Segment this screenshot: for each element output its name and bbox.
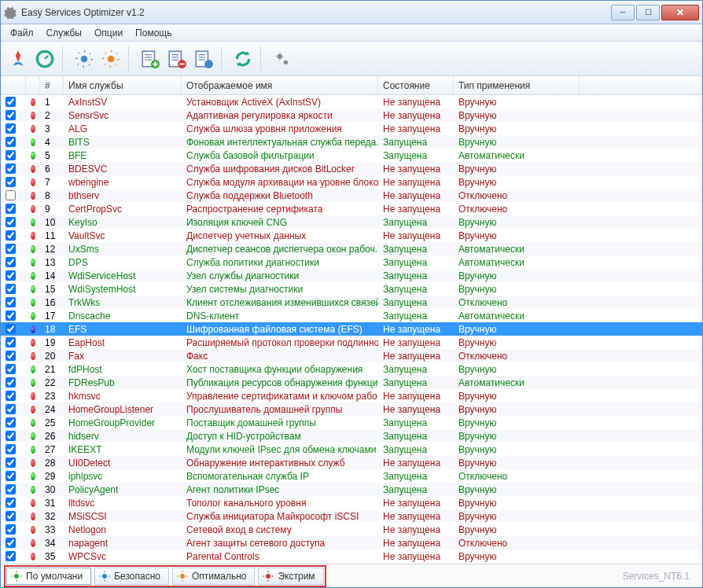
col-check[interactable] [1, 76, 26, 94]
table-row[interactable]: 18EFSШифрованная файловая система (EFS)Н… [1, 322, 702, 336]
list-remove-icon[interactable] [164, 46, 190, 72]
row-checkbox[interactable] [6, 190, 16, 200]
row-checkbox[interactable] [6, 311, 16, 321]
table-row[interactable]: 5BFEСлужба базовой фильтрацииЗапущенаАвт… [1, 149, 702, 162]
row-checkbox[interactable] [6, 110, 16, 120]
table-row[interactable]: 32MSiSCSIСлужба инициатора Майкрософт iS… [1, 509, 702, 523]
table-row[interactable]: 28UI0DetectОбнаружение интерактивных слу… [1, 456, 702, 469]
row-checkbox[interactable] [6, 97, 16, 107]
table-row[interactable]: 10KeyIsoИзоляция ключей CNGЗапущенаВручн… [1, 215, 702, 229]
row-checkbox[interactable] [6, 404, 16, 414]
menu-options[interactable]: Опции [88, 25, 129, 41]
row-checkbox[interactable] [6, 230, 16, 241]
table-row[interactable]: 27IKEEXTМодули ключей IPsec для обмена к… [1, 443, 702, 456]
tab-safe[interactable]: Безопасно [94, 568, 169, 585]
table-row[interactable]: 12UxSmsДиспетчер сеансов диспетчера окон… [1, 242, 702, 255]
table-row[interactable]: 8bthservСлужба поддержки BluetoothНе зап… [1, 189, 702, 202]
table-row[interactable]: 11VaultSvcДиспетчер учетных данныхНе зап… [1, 229, 702, 242]
gear-orange-icon[interactable] [98, 46, 123, 72]
row-checkbox[interactable] [6, 150, 16, 160]
row-checkbox[interactable] [6, 431, 16, 441]
menu-help[interactable]: Помощь [129, 25, 178, 41]
maximize-button[interactable]: ☐ [636, 5, 660, 20]
row-checkbox[interactable] [6, 444, 16, 454]
rocket-icon[interactable] [6, 46, 31, 72]
gear-blue-icon[interactable] [72, 46, 97, 72]
row-checkbox[interactable] [6, 498, 16, 508]
row-checkbox[interactable] [6, 458, 16, 468]
row-checkbox[interactable] [6, 217, 16, 227]
col-state[interactable]: Состояние [378, 76, 454, 94]
row-checkbox[interactable] [6, 538, 16, 548]
table-row[interactable]: 17DnscacheDNS-клиентЗапущенаАвтоматическ… [1, 309, 702, 322]
table-row[interactable]: 26hidservДоступ к HID-устройствамЗапущен… [1, 429, 702, 443]
table-row[interactable]: 20FaxФаксНе запущенаОтключено [1, 349, 702, 362]
table-row[interactable]: 9CertPropSvcРаспространение сертификатаН… [1, 202, 702, 215]
row-checkbox[interactable] [6, 471, 16, 481]
table-row[interactable]: 33NetlogonСетевой вход в системуНе запущ… [1, 523, 702, 536]
table-row[interactable]: 34napagentАгент защиты сетевого доступаН… [1, 536, 702, 549]
row-checkbox[interactable] [6, 284, 16, 294]
col-dot[interactable] [26, 76, 40, 94]
refresh-icon[interactable] [230, 46, 256, 72]
table-row[interactable]: 29iphlpsvcВспомогательная служба IPЗапущ… [1, 469, 702, 483]
table-row[interactable]: 2SensrSvcАдаптивная регулировка яркостиН… [1, 108, 702, 122]
close-button[interactable]: ✕ [661, 5, 699, 20]
row-checkbox[interactable] [6, 351, 16, 361]
table-row[interactable]: 30PolicyAgentАгент политики IPsecЗапущен… [1, 483, 702, 496]
tab-default[interactable]: По умолчани [6, 568, 91, 585]
col-type[interactable]: Тип применения [454, 76, 580, 94]
col-num[interactable]: # [40, 76, 64, 94]
row-checkbox[interactable] [6, 257, 16, 267]
row-checkbox[interactable] [6, 524, 16, 535]
table-row[interactable]: 25HomeGroupProviderПоставщик домашней гр… [1, 416, 702, 429]
col-display[interactable]: Отображаемое имя [182, 76, 378, 94]
row-checkbox[interactable] [6, 270, 16, 281]
row-checkbox[interactable] [6, 137, 16, 147]
row-checkbox[interactable] [6, 164, 16, 174]
table-row[interactable]: 4BITSФоновая интеллектуальная служба пер… [1, 135, 702, 149]
row-checkbox[interactable] [6, 364, 16, 374]
gauge-icon[interactable] [32, 46, 57, 72]
table-row[interactable]: 15WdiSystemHostУзел системы диагностикиЗ… [1, 282, 702, 296]
table-row[interactable]: 24HomeGroupListenerПрослушиватель домашн… [1, 402, 702, 416]
table-row[interactable]: 3ALGСлужба шлюза уровня приложенияНе зап… [1, 122, 702, 135]
menu-file[interactable]: Файл [4, 25, 40, 41]
table-row[interactable]: 23hkmsvcУправление сертификатами и ключо… [1, 389, 702, 402]
row-checkbox[interactable] [6, 417, 16, 428]
tab-optimal[interactable]: Оптимально [172, 568, 256, 585]
table-row[interactable]: 31lltdsvcТополог канального уровняНе зап… [1, 496, 702, 509]
row-checkbox[interactable] [6, 177, 16, 187]
table-row[interactable]: 19EapHostРасширяемый протокол проверки п… [1, 336, 702, 349]
state: Запущена [378, 282, 454, 296]
row-checkbox[interactable] [6, 123, 16, 134]
table-row[interactable]: 6BDESVCСлужба шифрования дисков BitLocke… [1, 162, 702, 175]
row-checkbox[interactable] [6, 244, 16, 254]
row-checkbox[interactable] [6, 511, 16, 521]
tab-extreme[interactable]: Экстрим [258, 568, 323, 585]
col-name[interactable]: Имя службы [64, 76, 182, 94]
row-checkbox[interactable] [6, 391, 16, 401]
row-checkbox[interactable] [6, 551, 16, 561]
row-checkbox[interactable] [6, 337, 16, 347]
table-row[interactable]: 13DPSСлужба политики диагностикиЗапущена… [1, 255, 702, 269]
table-row[interactable]: 1AxInstSVУстановщик ActiveX (AxInstSV)Не… [1, 95, 702, 108]
table-row[interactable]: 14WdiServiceHostУзел службы диагностикиЗ… [1, 269, 702, 282]
minimize-button[interactable]: ─ [611, 5, 635, 20]
row-checkbox[interactable] [6, 377, 16, 388]
row-checkbox[interactable] [6, 484, 16, 494]
table-row[interactable]: 22FDResPubПубликация ресурсов обнаружени… [1, 376, 702, 389]
start-type: Вручную [454, 443, 580, 456]
table-row[interactable]: 35WPCSvcParental ControlsНе запущенаВруч… [1, 549, 702, 563]
menu-services[interactable]: Службы [40, 25, 88, 41]
row-checkbox[interactable] [6, 204, 16, 214]
list-add-icon[interactable] [138, 46, 163, 72]
row-checkbox[interactable] [6, 297, 16, 307]
row-checkbox[interactable] [6, 324, 16, 334]
list-edit-icon[interactable] [191, 46, 216, 72]
gears-icon[interactable] [270, 46, 295, 72]
table-row[interactable]: 21fdPHostХост поставщика функции обнаруж… [1, 362, 702, 376]
table-row[interactable]: 16TrkWksКлиент отслеживания изменившихся… [1, 296, 702, 309]
service-grid[interactable]: 1AxInstSVУстановщик ActiveX (AxInstSV)Не… [1, 95, 702, 564]
table-row[interactable]: 7wbengineСлужба модуля архивации на уров… [1, 175, 702, 189]
